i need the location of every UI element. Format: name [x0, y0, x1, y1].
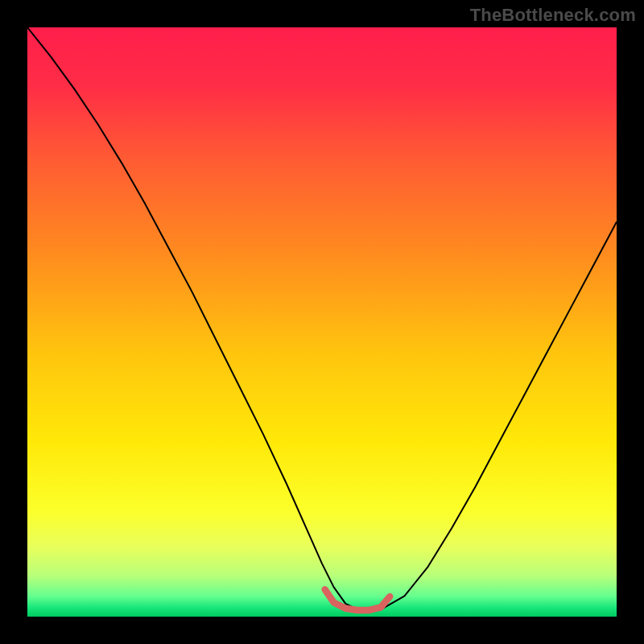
plot-area	[27, 27, 617, 617]
chart-canvas	[27, 27, 617, 617]
gradient-background	[27, 27, 617, 617]
chart-frame: TheBottleneck.com	[0, 0, 644, 644]
watermark-text: TheBottleneck.com	[470, 5, 636, 26]
